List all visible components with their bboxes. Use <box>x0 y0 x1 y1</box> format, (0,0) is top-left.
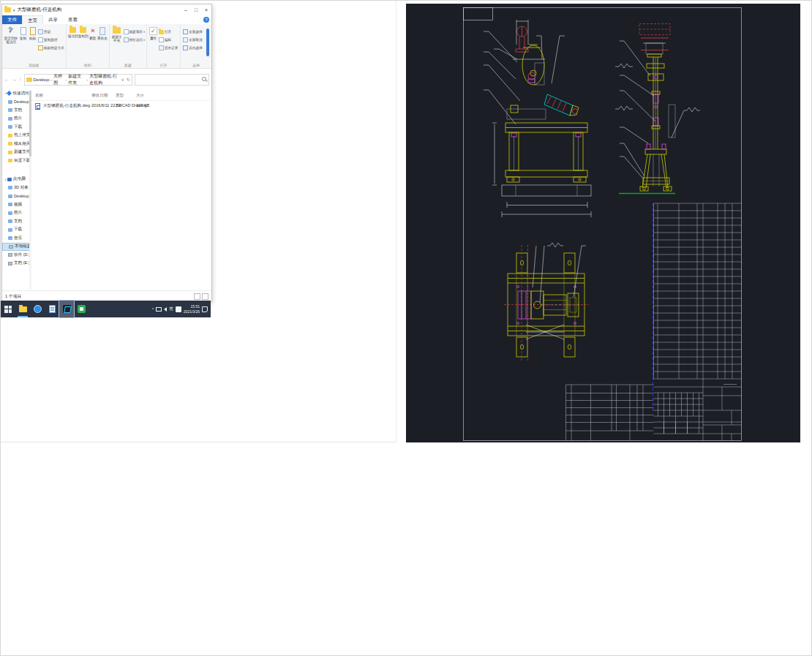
paste-button[interactable]: 粘贴 <box>28 26 37 40</box>
sidebar-item-documents[interactable]: 文档• <box>2 106 31 115</box>
sidebar-item-desktop-pc[interactable]: Desktop <box>2 192 31 201</box>
select-none-button[interactable]: 全部取消 <box>183 36 202 44</box>
taskbar-zwcad[interactable] <box>59 301 74 317</box>
maximize-button[interactable]: □ <box>191 4 201 15</box>
taskbar-browser[interactable] <box>30 301 45 317</box>
clock[interactable]: 15:51 2021/3/26 <box>184 304 200 314</box>
taskbar-green-app[interactable] <box>74 301 89 317</box>
edit-button[interactable]: 编辑 <box>159 36 178 44</box>
minimize-button[interactable]: – <box>181 4 191 15</box>
properties-button[interactable]: ✓ 属性 <box>149 26 158 40</box>
folder-icon <box>8 142 12 146</box>
invert-selection-button[interactable]: 反向选择 <box>183 44 202 52</box>
delete-button[interactable]: × 删除 <box>89 26 97 40</box>
tray-display-icon[interactable] <box>156 307 162 312</box>
select-all-button[interactable]: 全部选择 <box>183 28 202 36</box>
back-button[interactable]: ← <box>4 77 10 82</box>
breadcrumb-item[interactable]: 新建文件夹 <box>68 73 85 86</box>
sidebar-item-disk-d[interactable]: 软件 (D:) <box>2 251 31 260</box>
volume-icon[interactable] <box>164 307 167 312</box>
easy-access-button[interactable]: 轻松访问 ▾ <box>124 36 145 44</box>
pin-to-quick-access-button[interactable]: 固定到快速访问 <box>4 26 18 45</box>
rename-button[interactable]: 重命名 <box>97 26 108 40</box>
properties-icon: ✓ <box>149 27 157 35</box>
tray-overflow-caret[interactable]: ^ <box>152 307 154 312</box>
sidebar-item-downloads-pc[interactable]: 下载 <box>2 226 31 235</box>
quick-access-icon <box>7 91 12 96</box>
column-headers: 名称 修改日期 类型 大小 <box>31 92 211 101</box>
up-button[interactable]: ↑ <box>19 77 22 82</box>
cad-drawing <box>406 4 800 442</box>
tab-view[interactable]: 查看 <box>63 15 83 24</box>
sidebar-item-3d-objects[interactable]: 3D 对象 <box>2 184 31 192</box>
column-header-size[interactable]: 大小 <box>136 93 144 99</box>
desktop-icon <box>8 195 12 198</box>
breadcrumb[interactable]: Desktop › 大样图 › 新建文件夹 › 大型碾磨机-行走机构 ∨ ↻ <box>24 74 133 86</box>
action-center-icon[interactable] <box>202 306 208 312</box>
address-dropdown-icon[interactable]: ∨ <box>121 77 124 82</box>
sidebar-item-music[interactable]: 音乐 <box>2 234 31 243</box>
sidebar-item-disk-e[interactable]: 文档 (E:) <box>2 260 31 268</box>
details-view-icon[interactable] <box>194 293 200 300</box>
open-button[interactable]: 打开 <box>159 28 178 36</box>
new-item-button[interactable]: 新建项目 ▾ <box>124 28 145 36</box>
sidebar-item-folder[interactable]: 百度下载 <box>2 157 31 165</box>
taskbar-document-app[interactable] <box>45 301 59 317</box>
thumbnails-view-icon[interactable] <box>202 293 208 300</box>
folder-icon <box>4 7 11 12</box>
sidebar-item-folder[interactable]: 包上传文件 <box>2 132 31 140</box>
title-block <box>566 379 742 441</box>
tab-home[interactable]: 主页 <box>22 15 43 24</box>
breadcrumb-item[interactable]: 大样图 <box>53 73 64 86</box>
open-icon <box>159 30 164 34</box>
top-view <box>504 243 589 362</box>
sidebar-item-local-disk-c[interactable]: 本地磁盘 (C:) <box>2 243 31 252</box>
history-button[interactable]: 历史记录 <box>159 44 178 52</box>
window-title: 大型碾磨机-行走机构 <box>18 7 181 13</box>
help-icon[interactable]: ? <box>203 17 209 23</box>
quick-access-toolbar-caret[interactable]: ▾ <box>13 8 15 12</box>
forward-button[interactable]: → <box>12 77 17 82</box>
sidebar-item-folder[interactable]: 新建文件夹 <box>2 148 31 157</box>
sidebar-item-this-pc[interactable]: ∨ 此电脑 <box>2 176 31 184</box>
cut-button[interactable]: 剪切 <box>38 28 64 36</box>
column-header-name[interactable]: 名称 <box>35 93 43 99</box>
paste-icon <box>30 27 36 35</box>
sidebar-item-quick-access[interactable]: ∨ 快速访问 <box>2 89 31 98</box>
column-header-type[interactable]: 类型 <box>116 93 124 99</box>
refresh-icon[interactable]: ↻ <box>127 77 130 82</box>
paste-shortcut-button[interactable]: 粘贴快捷方式 <box>38 44 64 52</box>
close-button[interactable]: × <box>201 4 211 15</box>
cad-drawing-viewport[interactable] <box>406 4 800 442</box>
disk-icon <box>8 253 12 257</box>
drawing-frame <box>464 8 742 441</box>
sidebar-item-videos[interactable]: 视频 <box>2 200 31 209</box>
folder-icon <box>8 151 12 154</box>
sidebar-item-documents-pc[interactable]: 文档 <box>2 217 31 226</box>
tab-share[interactable]: 共享 <box>43 15 63 24</box>
ribbon-scrollbar[interactable] <box>206 29 209 56</box>
breadcrumb-item[interactable]: Desktop <box>34 78 50 82</box>
language-indicator[interactable]: 英 <box>169 306 173 312</box>
copy-to-button[interactable]: 复制到 <box>78 26 89 38</box>
copy-button[interactable]: 复制 <box>18 26 28 40</box>
sidebar-item-desktop[interactable]: Desktop• <box>2 98 31 107</box>
breadcrumb-item[interactable]: 大型碾磨机-行走机构 <box>89 73 121 86</box>
tab-file[interactable]: 文件 <box>2 15 22 24</box>
search-input[interactable] <box>135 74 209 86</box>
sidebar-item-folder[interactable]: 模具相关资料 <box>2 140 31 148</box>
sidebar-item-pictures[interactable]: 图片• <box>2 115 31 124</box>
ime-icon[interactable] <box>176 306 181 312</box>
sidebar-item-downloads[interactable]: 下载• <box>2 123 31 132</box>
zwcad-icon <box>63 305 71 313</box>
move-to-button[interactable]: 移动到 <box>68 26 78 38</box>
desktop-icon <box>8 100 12 104</box>
sidebar-item-pictures-pc[interactable]: 图片 <box>2 209 31 218</box>
taskbar-file-explorer[interactable] <box>15 301 30 317</box>
column-header-modified[interactable]: 修改日期 <box>91 93 108 99</box>
start-button[interactable] <box>1 301 15 317</box>
file-row[interactable]: 大型碾磨机-行走机构.dwg 2016/6/11 22:52 ZWCAD Dra… <box>31 102 211 110</box>
copy-path-button[interactable]: 复制路径 <box>38 36 64 44</box>
new-folder-button[interactable]: 新建文件夹 <box>111 26 123 43</box>
folder-icon <box>8 159 12 162</box>
